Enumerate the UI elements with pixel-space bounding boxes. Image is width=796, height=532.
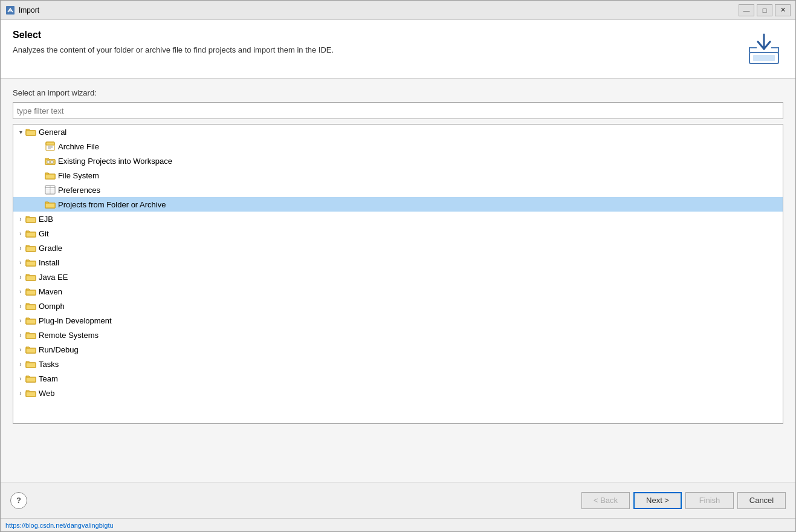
toggle-oomph[interactable]: [16, 301, 25, 311]
tree-item-archive-file[interactable]: Archive File: [13, 139, 783, 154]
folder-icon-run-debug: [25, 345, 36, 354]
toggle-javaee[interactable]: [16, 272, 25, 282]
tree-label-tasks: Tasks: [39, 360, 59, 369]
tree-item-plugin-dev[interactable]: Plug-in Development: [13, 313, 783, 328]
tree-item-oomph[interactable]: Oomph: [13, 299, 783, 313]
svg-rect-26: [26, 276, 36, 281]
tree-label-plugin-dev: Plug-in Development: [39, 316, 112, 325]
folder-icon-general: [25, 127, 36, 137]
tree-item-preferences[interactable]: Preferences: [13, 183, 783, 197]
import-dialog: Import — □ ✕ Select Analyzes the content…: [0, 0, 796, 532]
toggle-run-debug[interactable]: [16, 345, 25, 354]
tree-item-tasks[interactable]: Tasks: [13, 357, 783, 371]
tree-item-file-system[interactable]: File System: [13, 168, 783, 183]
help-button[interactable]: ?: [10, 492, 27, 509]
folder-icon-web: [25, 388, 36, 398]
tree-label-git: Git: [39, 229, 49, 238]
svg-rect-29: [26, 319, 36, 324]
tree-label-install: Install: [39, 258, 59, 267]
tree-label-archive: Archive File: [58, 142, 99, 151]
tree-label-oomph: Oomph: [39, 302, 65, 311]
svg-rect-5: [26, 131, 36, 135]
filter-input[interactable]: [13, 102, 783, 119]
svg-rect-13: [51, 161, 53, 163]
tree-label-team: Team: [39, 374, 58, 383]
content-section: Select an import wizard: General: [1, 79, 795, 433]
tree-item-javaee[interactable]: Java EE: [13, 270, 783, 284]
tree-item-install[interactable]: Install: [13, 255, 783, 270]
svg-rect-30: [26, 334, 36, 339]
tree-label-existing: Existing Projects into Workspace: [58, 157, 172, 166]
folder-icon-ejb: [25, 214, 36, 224]
toggle-web[interactable]: [16, 388, 25, 398]
svg-rect-7: [46, 142, 54, 145]
toggle-team[interactable]: [16, 374, 25, 383]
tree-item-maven[interactable]: Maven: [13, 284, 783, 299]
svg-rect-33: [26, 377, 36, 382]
back-button[interactable]: < Back: [581, 492, 630, 509]
svg-rect-11: [45, 160, 55, 164]
tree-label-general: General: [39, 128, 66, 137]
folder-icon-remote-systems: [25, 330, 36, 340]
svg-rect-24: [26, 247, 36, 251]
tree-item-run-debug[interactable]: Run/Debug: [13, 342, 783, 357]
svg-rect-31: [26, 348, 36, 353]
tree-label-run-debug: Run/Debug: [39, 345, 79, 354]
svg-rect-27: [26, 290, 36, 295]
tree-container[interactable]: General Archive File: [13, 124, 783, 424]
toggle-plugin-dev[interactable]: [16, 316, 25, 325]
filesystem-folder-icon: [45, 170, 56, 180]
svg-rect-28: [26, 305, 36, 310]
minimize-button[interactable]: —: [739, 4, 754, 16]
tree-label-filesystem: File System: [58, 171, 99, 180]
projects-folder-icon: [45, 199, 56, 209]
svg-rect-12: [47, 161, 50, 163]
tree-item-gradle[interactable]: Gradle: [13, 241, 783, 255]
tree-item-team[interactable]: Team: [13, 371, 783, 386]
toggle-remote-systems[interactable]: [16, 330, 25, 340]
existing-projects-icon: [45, 156, 56, 166]
tree-item-remote-systems[interactable]: Remote Systems: [13, 328, 783, 342]
wizard-label: Select an import wizard:: [13, 88, 783, 97]
toggle-tasks[interactable]: [16, 359, 25, 369]
finish-button[interactable]: Finish: [685, 492, 734, 509]
toggle-ejb[interactable]: [16, 214, 25, 224]
toggle-git[interactable]: [16, 229, 25, 238]
tree-label-preferences: Preferences: [58, 186, 100, 195]
cancel-button[interactable]: Cancel: [737, 492, 786, 509]
toggle-general[interactable]: [16, 127, 25, 137]
tree-label-gradle: Gradle: [39, 244, 62, 253]
next-button[interactable]: Next >: [633, 492, 682, 509]
tree-item-projects-from-folder[interactable]: Projects from Folder or Archive: [13, 197, 783, 212]
close-button[interactable]: ✕: [775, 4, 791, 16]
status-bar: https://blog.csdn.net/dangvalingbigtu: [1, 518, 795, 531]
tree-item-git[interactable]: Git: [13, 226, 783, 241]
tree-label-maven: Maven: [39, 287, 62, 296]
toggle-maven[interactable]: [16, 287, 25, 296]
status-url-link[interactable]: https://blog.csdn.net/dangvalingbigtu: [5, 522, 114, 529]
svg-rect-34: [26, 392, 36, 397]
folder-icon-maven: [25, 287, 36, 296]
folder-icon-plugin-dev: [25, 316, 36, 325]
header-icon: [745, 30, 783, 68]
toggle-gradle[interactable]: [16, 243, 25, 253]
tree-item-ejb[interactable]: EJB: [13, 212, 783, 226]
maximize-button[interactable]: □: [757, 4, 772, 16]
preferences-icon: [45, 185, 56, 195]
svg-rect-21: [45, 203, 55, 208]
window-title: Import: [19, 6, 735, 15]
tree-item-general[interactable]: General: [13, 125, 783, 139]
status-url: https://blog.csdn.net/dangvalingbigtu: [5, 522, 114, 529]
toggle-install[interactable]: [16, 258, 25, 267]
tree-item-web[interactable]: Web: [13, 386, 783, 400]
header-text: Select Analyzes the content of your fold…: [13, 30, 735, 54]
folder-icon-javaee: [25, 272, 36, 282]
window-controls: — □ ✕: [739, 4, 791, 16]
svg-rect-3: [753, 55, 775, 61]
tree-item-existing-projects[interactable]: Existing Projects into Workspace: [13, 154, 783, 168]
svg-rect-25: [26, 261, 36, 266]
header-description: Analyzes the content of your folder or a…: [13, 45, 735, 54]
footer: ? < Back Next > Finish Cancel: [1, 482, 795, 518]
folder-icon-team: [25, 374, 36, 383]
header-title: Select: [13, 30, 735, 41]
